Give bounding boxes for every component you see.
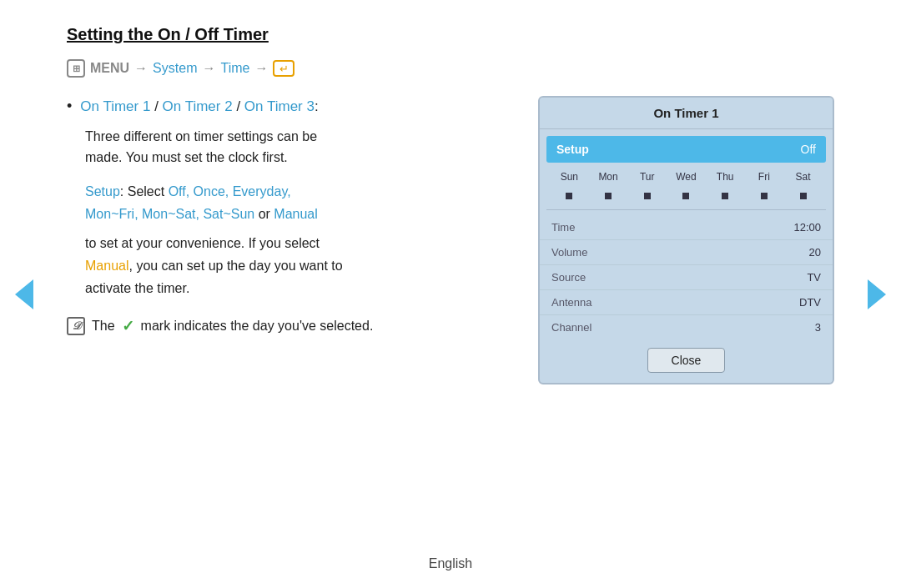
info-label: Source [551,271,586,284]
setup-label-inline: Setup [85,184,120,199]
enter-icon: ↵ [273,60,294,77]
main-content: Setting the On / Off Timer ⊞ MENU → Syst… [0,0,901,401]
system-link: System [153,61,197,76]
info-row: Channel3 [540,314,833,339]
day-indicator [747,188,781,203]
info-label: Time [551,221,575,234]
day-indicator [669,188,702,203]
menu-icon: ⊞ [67,59,85,78]
info-label: Channel [551,321,591,334]
slash2: / [233,98,244,114]
day-label: Sat [787,171,820,183]
day-indicator [708,188,742,203]
note-text: The [92,319,115,334]
text-section: • On Timer 1 / On Timer 2 / On Timer 3: … [67,96,505,335]
arrow1: → [134,61,148,76]
dialog-setup-value: Off [801,143,816,156]
manual-option: Manual [274,207,317,221]
info-value: 3 [815,321,821,334]
day-label: Tur [631,171,664,183]
day-indicator [631,188,664,203]
days-indicators-row [540,184,833,204]
nav-arrow-right[interactable] [868,279,886,309]
convenience-text: to set at your convenience. If you selec… [85,232,505,300]
on-timer-1: On Timer 1 [80,98,150,114]
menu-label: MENU [90,61,129,76]
arrow2: → [202,61,215,76]
note-rest: mark indicates the day you've selected. [141,319,374,334]
page-title: Setting the On / Off Timer [67,25,834,44]
dialog-setup-row: Setup Off [546,136,826,163]
setup-text: Setup: Select Off, Once, Everyday, Mon~F… [85,180,505,225]
footer: English [0,556,901,571]
days-row: SunMonTurWedThuFriSat [540,168,833,184]
setup-options-2: Mon~Fri, Mon~Sat, Sat~Sun [85,207,254,221]
timer-dialog: On Timer 1 Setup Off SunMonTurWedThuFriS… [538,96,834,384]
info-value: TV [807,271,821,284]
close-button[interactable]: Close [647,348,726,373]
bullet-dot: • [67,98,72,115]
info-row: Volume20 [540,239,833,264]
bullet-item: • On Timer 1 / On Timer 2 / On Timer 3: [67,96,505,118]
info-row: AntennaDTV [540,289,833,314]
day-label: Sun [552,171,586,183]
arrow3: → [254,61,268,76]
on-timer-links: On Timer 1 / On Timer 2 / On Timer 3: [80,96,318,118]
day-label: Mon [591,171,625,183]
time-link: Time [220,61,249,76]
divider [546,209,826,210]
day-indicator [552,188,586,203]
dialog-title: On Timer 1 [540,98,833,129]
info-label: Volume [551,246,587,259]
close-btn-row: Close [540,339,833,383]
info-row: Time12:00 [540,215,833,239]
day-label: Thu [708,171,742,183]
info-value: 12:00 [793,221,821,234]
checkmark-icon: ✓ [122,317,134,335]
setup-options: Off, Once, Everyday, [169,184,291,199]
dialog-setup-label: Setup [556,143,589,156]
info-label: Antenna [551,296,591,309]
colon: : [315,98,319,114]
info-rows: Time12:00Volume20SourceTVAntennaDTVChann… [540,215,833,339]
nav-arrow-left[interactable] [15,279,33,309]
day-label: Fri [747,171,781,183]
day-label: Wed [669,171,702,183]
day-indicator [787,188,820,203]
menu-path: ⊞ MENU → System → Time → ↵ [67,59,834,78]
info-row: SourceTV [540,264,833,289]
manual-inline: Manual [85,259,128,273]
note-icon: 𝒟 [67,317,85,335]
on-timer-3: On Timer 3 [244,98,315,114]
info-value: 20 [809,246,821,259]
footer-text: English [429,556,472,570]
description-text: Three different on timer settings can be… [85,126,505,168]
slash1: / [150,98,162,114]
content-area: • On Timer 1 / On Timer 2 / On Timer 3: … [67,96,834,384]
info-value: DTV [799,296,821,309]
day-indicator [591,188,625,203]
on-timer-2: On Timer 2 [163,98,233,114]
note-row: 𝒟 The ✓ mark indicates the day you've se… [67,317,505,335]
